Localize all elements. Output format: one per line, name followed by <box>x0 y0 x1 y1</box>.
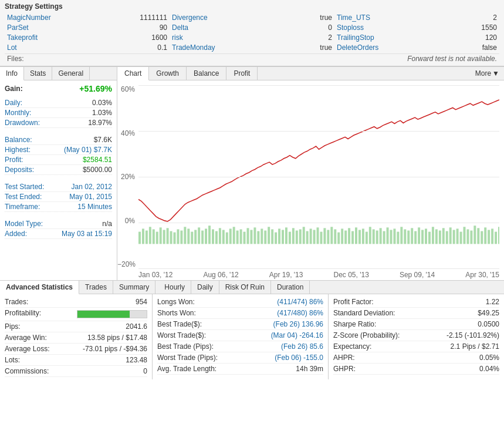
rstat-stddev-value: $49.25 <box>478 309 499 317</box>
svg-rect-43 <box>289 232 291 244</box>
bstat-trades-value: 954 <box>136 298 147 306</box>
forward-test-label: Forward test is not available. <box>407 55 497 63</box>
trademonday-value: true <box>297 43 332 52</box>
parset-label: ParSet <box>7 23 29 32</box>
lot-label: Lot <box>7 43 17 52</box>
svg-rect-102 <box>495 232 497 244</box>
setting-row-divergence: Divergence true <box>170 13 334 22</box>
mstat-row-worsttradepips: Worst Trade (Pips): (Feb 06) -155.0 <box>157 352 323 364</box>
setting-row-takeprofit: Takeprofit 1600 <box>5 33 170 42</box>
x-label-4: Dec 05, '13 <box>334 271 369 279</box>
svg-rect-49 <box>310 228 312 244</box>
mstat-worsttradepips-label: Worst Trade (Pips): <box>157 354 218 362</box>
svg-rect-93 <box>464 227 466 244</box>
svg-rect-37 <box>268 227 270 244</box>
x-label-1: Jan 03, '12 <box>138 271 172 279</box>
tab-chart[interactable]: Chart <box>117 67 149 80</box>
tab-growth[interactable]: Growth <box>149 67 187 80</box>
mstat-row-avgtrade: Avg. Trade Length: 14h 39m <box>157 364 323 375</box>
volume-bars <box>138 226 499 244</box>
btab-summary[interactable]: Summary <box>113 281 155 294</box>
btab-duration[interactable]: Duration <box>271 281 310 294</box>
monthly-label: Monthly: <box>5 109 31 117</box>
more-button[interactable]: More ▼ <box>471 67 504 80</box>
bstat-pips-value: 2041.6 <box>126 322 147 331</box>
svg-rect-99 <box>484 227 486 244</box>
svg-rect-60 <box>348 228 350 244</box>
settings-col-1: MagicNumber 1111111 ParSet 90 Takeprofit… <box>5 13 170 52</box>
svg-rect-61 <box>351 231 354 244</box>
delta-value: 0 <box>297 23 332 32</box>
svg-rect-5 <box>156 232 158 244</box>
tab-balance[interactable]: Balance <box>187 67 226 80</box>
rstat-ahpr-label: AHPR: <box>333 354 355 362</box>
left-tab-header: Info Stats General <box>0 67 117 80</box>
tab-profit[interactable]: Profit <box>226 67 258 80</box>
btab-riskofruin[interactable]: Risk Of Ruin <box>219 281 271 294</box>
settings-col-3: Time_UTS 2 Stoploss 1550 TrailingStop 12… <box>334 13 499 52</box>
parset-value: 90 <box>132 23 167 32</box>
svg-rect-35 <box>261 228 263 244</box>
svg-rect-45 <box>296 231 298 244</box>
stat-row-added: Added: May 03 at 15:19 <box>5 229 112 239</box>
btab-hourly[interactable]: Hourly <box>158 281 191 294</box>
left-panel: Info Stats General Gain: +51.69% Daily: … <box>0 67 117 280</box>
bstat-lots-value: 123.48 <box>126 356 147 364</box>
balance-label: Balance: <box>5 136 32 144</box>
profit-label: Profit: <box>5 156 23 164</box>
strategy-settings-panel: Strategy Settings MagicNumber 1111111 Pa… <box>0 0 504 66</box>
mstat-row-besttrade: Best Trade($): (Feb 26) 136.96 <box>157 319 323 330</box>
svg-rect-28 <box>236 231 239 244</box>
rstat-ahpr-value: 0.05% <box>479 354 499 362</box>
svg-rect-24 <box>222 230 225 244</box>
svg-rect-103 <box>498 227 499 244</box>
mstat-shortswon-value: (417/480) 86% <box>277 309 323 317</box>
svg-rect-55 <box>330 227 333 244</box>
svg-rect-19 <box>205 228 207 244</box>
bstat-avgwin-label: Average Win: <box>5 334 47 342</box>
svg-rect-101 <box>491 228 493 244</box>
svg-rect-62 <box>355 227 357 244</box>
mstat-longswon-label: Longs Won: <box>157 298 195 306</box>
tab-stats[interactable]: Stats <box>24 67 52 80</box>
deposits-value: $5000.00 <box>83 166 112 174</box>
mstat-worsttrade-value: (Mar 04) -264.16 <box>271 331 323 339</box>
svg-rect-81 <box>421 230 424 244</box>
x-label-6: Apr 30, '15 <box>465 271 499 279</box>
svg-rect-44 <box>292 228 295 244</box>
tab-info[interactable]: Info <box>0 67 24 80</box>
chart-lines <box>138 85 499 268</box>
mstat-shortswon-label: Shorts Won: <box>157 309 196 317</box>
svg-rect-82 <box>425 228 427 244</box>
svg-rect-92 <box>460 232 462 244</box>
svg-rect-69 <box>380 228 382 244</box>
more-label: More <box>475 69 491 78</box>
bstat-commissions-label: Commissions: <box>5 367 49 375</box>
rstat-stddev-label: Standard Deviation: <box>333 309 395 317</box>
profit-value: $2584.51 <box>83 156 112 164</box>
svg-rect-75 <box>400 227 402 244</box>
right-panel: Chart Growth Balance Profit More ▼ 60% 4… <box>117 67 504 280</box>
svg-rect-87 <box>442 228 445 244</box>
svg-rect-22 <box>215 231 218 244</box>
mstat-avgtrade-value: 14h 39m <box>296 365 323 373</box>
teststarted-label: Test Started: <box>5 183 44 191</box>
daily-label: Daily: <box>5 99 22 107</box>
added-value: May 03 at 15:19 <box>62 230 112 238</box>
mstat-row-shortswon: Shorts Won: (417/480) 86% <box>157 308 323 319</box>
btab-trades[interactable]: Trades <box>79 281 113 294</box>
rstat-row-expectancy: Expectancy: 2.1 Pips / $2.71 <box>333 341 499 352</box>
mstat-besttradepips-value: (Feb 26) 85.6 <box>281 342 323 351</box>
rstat-row-sharpe: Sharpe Ratio: 0.0500 <box>333 319 499 330</box>
btab-daily[interactable]: Daily <box>191 281 219 294</box>
files-row: Files: Forward test is not available. <box>5 53 499 63</box>
setting-row-lot: Lot 0.1 <box>5 43 170 52</box>
rstat-zscore-label: Z-Score (Probability): <box>333 331 400 339</box>
stat-group-3: Test Started: Jan 02, 2012 Test Ended: M… <box>5 182 112 212</box>
tab-general[interactable]: General <box>52 67 90 80</box>
btab-advanced-statistics[interactable]: Advanced Statistics <box>0 281 79 294</box>
added-label: Added: <box>5 230 27 238</box>
svg-rect-66 <box>369 227 371 244</box>
bstat-row-commissions: Commissions: 0 <box>5 366 147 377</box>
mstat-besttrade-value: (Feb 26) 136.96 <box>273 320 323 328</box>
